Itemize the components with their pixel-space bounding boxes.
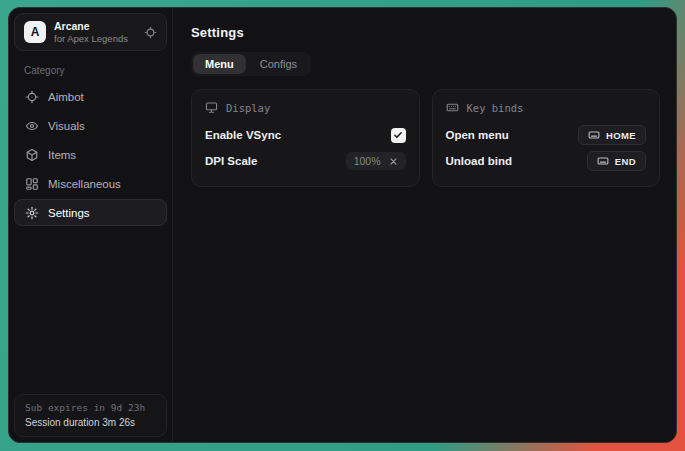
brand-subtitle: for Apex Legends [54,33,128,44]
app-window: A Arcane for Apex Legends Category [8,7,677,443]
session-duration-text: Session duration 3m 26s [25,417,156,428]
brand-logo: A [24,21,46,43]
keybinds-card-header: Key binds [446,101,647,114]
dpi-label: DPI Scale [205,155,257,167]
sidebar-footer: Sub expires in 9d 23h Session duration 3… [14,394,167,437]
vsync-label: Enable VSync [205,129,281,141]
brand-title: Arcane [54,20,128,32]
check-icon [393,130,403,140]
keyboard-icon [588,129,600,141]
display-card-header: Display [205,101,406,114]
subscription-card: Sub expires in 9d 23h Session duration 3… [14,394,167,437]
display-card-title: Display [226,102,270,114]
unload-keybind-button[interactable]: END [587,151,646,171]
sidebar-item-label: Settings [48,207,90,219]
brand-text: Arcane for Apex Legends [54,20,128,44]
sidebar-item-items[interactable]: Items [14,141,167,168]
main-content: Settings Menu Configs Display [173,8,676,442]
sidebar-item-aimbot[interactable]: Aimbot [14,83,167,110]
clear-icon[interactable] [389,157,398,166]
category-label: Category [24,65,167,76]
open-menu-label: Open menu [446,129,509,141]
gear-icon [25,206,39,220]
sub-expires-text: Sub expires in 9d 23h [25,402,156,413]
vsync-checkbox[interactable] [391,128,406,143]
brand-card: A Arcane for Apex Legends [14,13,167,51]
cube-icon [25,148,39,162]
sidebar-item-visuals[interactable]: Visuals [14,112,167,139]
crosshair-icon [25,90,39,104]
dpi-value: 100% [354,155,381,167]
display-card: Display Enable VSync DPI Scale 100% [191,89,420,187]
sidebar-item-settings[interactable]: Settings [14,199,167,226]
sidebar-item-label: Aimbot [48,91,84,103]
settings-cards: Display Enable VSync DPI Scale 100% [191,89,660,187]
vsync-row: Enable VSync [205,123,406,147]
dpi-row: DPI Scale 100% [205,149,406,173]
brand-logo-letter: A [31,25,40,39]
sidebar-item-label: Visuals [48,120,85,132]
sidebar-item-label: Miscellaneous [48,178,121,190]
unload-bind-label: Unload bind [446,155,512,167]
keybinds-card-title: Key binds [467,102,524,114]
eye-icon [25,119,39,133]
open-menu-keybind-value: HOME [606,130,636,141]
sidebar: A Arcane for Apex Legends Category [9,8,173,442]
open-menu-keybind-button[interactable]: HOME [578,125,646,145]
unload-keybind-value: END [615,156,636,167]
page-title: Settings [191,25,660,40]
keybinds-card: Key binds Open menu HOME [432,89,661,187]
tab-configs[interactable]: Configs [248,54,309,74]
open-menu-row: Open menu HOME [446,123,647,147]
layout-grid-icon [25,177,39,191]
tab-menu[interactable]: Menu [193,54,246,74]
dpi-scale-input[interactable]: 100% [346,152,406,170]
monitor-icon [205,101,218,114]
keyboard-icon [597,155,609,167]
crosshair-badge-icon [144,26,157,39]
sidebar-item-label: Items [48,149,76,161]
unload-bind-row: Unload bind END [446,149,647,173]
sidebar-nav: Aimbot Visuals Items [14,83,167,226]
tab-bar: Menu Configs [191,52,311,76]
sidebar-item-miscellaneous[interactable]: Miscellaneous [14,170,167,197]
keyboard-icon [446,101,459,114]
